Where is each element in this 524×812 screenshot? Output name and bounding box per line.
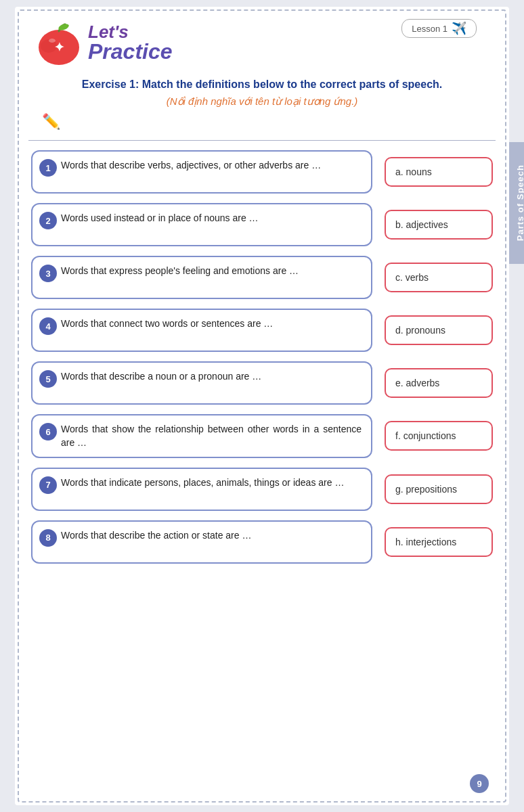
plane-icon: ✈️	[452, 21, 466, 36]
divider	[28, 140, 496, 141]
lesson-badge: Lesson 1 ✈️	[401, 19, 477, 38]
question-box-7: 7 Words that indicate persons, places, a…	[31, 468, 372, 511]
pencil-row: ✏️	[35, 113, 489, 131]
exercise-content: 1 Words that describe verbs, adjectives,…	[15, 150, 509, 587]
question-box-3: 3 Words that express people's feeling an…	[31, 256, 372, 299]
answer-box-7: g. prepositions	[385, 474, 493, 504]
question-text-2: Words used instead or in place of nouns …	[61, 211, 259, 225]
question-box-4: 4 Words that connect two words or senten…	[31, 309, 372, 352]
side-tab: Parts of Speech	[509, 142, 524, 264]
num-badge-7: 7	[39, 476, 57, 494]
num-badge-6: 6	[39, 423, 57, 441]
answer-box-2: b. adjectives	[385, 210, 493, 240]
question-text-8: Words that describe the action or state …	[61, 528, 251, 542]
exercise-title: Exercise 1: Match the definitions below …	[35, 76, 489, 93]
num-badge-2: 2	[39, 212, 57, 229]
exercise-row-3: 3 Words that express people's feeling an…	[31, 256, 493, 299]
question-box-8: 8 Words that describe the action or stat…	[31, 520, 372, 564]
exercise-row-1: 1 Words that describe verbs, adjectives,…	[31, 150, 493, 194]
exercise-row-5: 5 Words that describe a noun or a pronou…	[31, 361, 493, 405]
answer-box-1: a. nouns	[385, 157, 493, 187]
page: Parts of Speech Lesson 1 ✈️	[15, 7, 509, 805]
question-text-3: Words that express people's feeling and …	[61, 264, 299, 277]
question-box-2: 2 Words used instead or in place of noun…	[31, 203, 372, 246]
question-text-5: Words that describe a noun or a pronoun …	[61, 369, 261, 383]
exercise-row-2: 2 Words used instead or in place of noun…	[31, 203, 493, 246]
exercise-row-8: 8 Words that describe the action or stat…	[31, 520, 493, 564]
num-badge-5: 5	[39, 370, 57, 388]
exercise-row-6: 6 Words that show the relationship betwe…	[31, 414, 493, 458]
question-text-1: Words that describe verbs, adjectives, o…	[61, 158, 321, 172]
num-badge-1: 1	[39, 159, 57, 177]
num-badge-8: 8	[39, 529, 57, 547]
exercise-row-4: 4 Words that connect two words or senten…	[31, 309, 493, 352]
question-text-7: Words that indicate persons, places, ani…	[61, 476, 344, 489]
exercise-row-7: 7 Words that indicate persons, places, a…	[31, 468, 493, 511]
num-badge-3: 3	[39, 265, 57, 282]
question-text-4: Words that connect two words or sentence…	[61, 317, 273, 330]
exercise-subtitle: (Nối định nghĩa với tên từ loại tương ứn…	[35, 95, 489, 108]
pencil-icon: ✏️	[42, 113, 60, 131]
answer-box-8: h. interjections	[385, 527, 493, 557]
apple-icon: ✦	[35, 20, 83, 64]
question-box-5: 5 Words that describe a noun or a pronou…	[31, 361, 372, 405]
page-number: 9	[470, 774, 489, 793]
answer-box-6: f. conjunctions	[385, 421, 493, 451]
svg-text:✦: ✦	[54, 41, 64, 54]
answer-box-3: c. verbs	[385, 263, 493, 292]
question-box-6: 6 Words that show the relationship betwe…	[31, 414, 372, 458]
answer-box-5: e. adverbs	[385, 368, 493, 398]
practice-text: Practice	[88, 41, 173, 62]
lets-text: Let's	[88, 23, 173, 41]
logo-text: Let's Practice	[88, 23, 173, 62]
question-text-6: Words that show the relationship between…	[61, 422, 362, 450]
lesson-badge-text: Lesson 1	[412, 24, 447, 34]
question-box-1: 1 Words that describe verbs, adjectives,…	[31, 150, 372, 194]
num-badge-4: 4	[39, 317, 57, 335]
answer-box-4: d. pronouns	[385, 315, 493, 345]
side-tab-label: Parts of Speech	[515, 164, 525, 241]
